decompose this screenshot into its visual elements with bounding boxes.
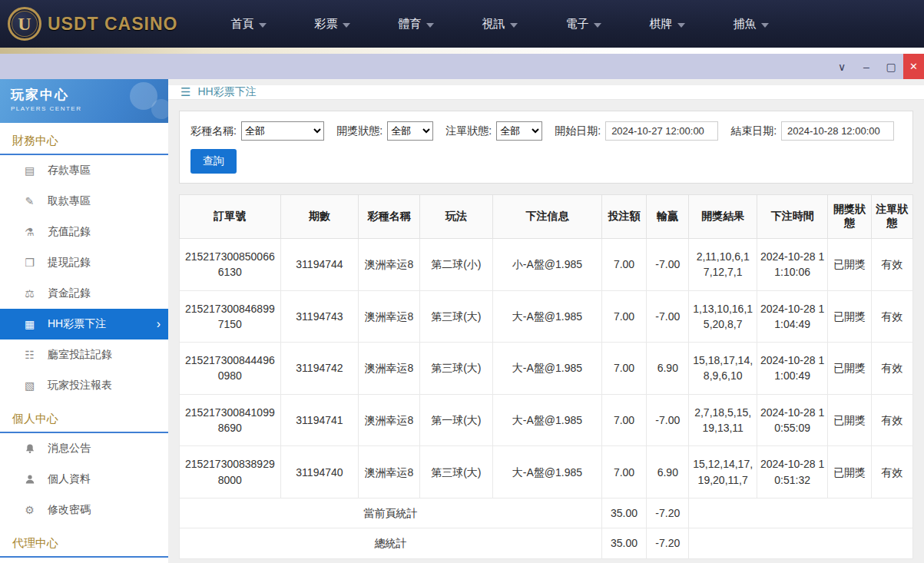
- cell-bet-amount: 7.00: [601, 239, 646, 291]
- cell-bet-info: 大-A盤@1.985: [493, 290, 602, 343]
- bell-icon: [23, 443, 36, 454]
- sidebar-item-withdraw[interactable]: ✎ 取款專區: [0, 186, 168, 217]
- sidebar-item-label: 個人資料: [48, 472, 91, 486]
- draw-status-select[interactable]: 全部: [387, 121, 433, 141]
- cell-lottery-name: 澳洲幸运8: [359, 394, 419, 446]
- summary-current-amount: 35.00: [601, 498, 646, 528]
- sidebar-item-label: 修改密碼: [48, 503, 91, 517]
- summary-total-amount: 35.00: [601, 528, 646, 558]
- chevron-down-icon: ∨: [838, 61, 846, 73]
- menu-item-home[interactable]: 首頁: [207, 0, 290, 48]
- cell-order-status: 有效: [871, 290, 912, 343]
- sidebar-item-announcements[interactable]: 消息公告: [0, 433, 168, 464]
- col-order-id: 訂單號: [180, 195, 281, 239]
- cell-lottery-name: 澳洲幸运8: [359, 290, 419, 343]
- summary-current-empty: [689, 498, 913, 528]
- col-draw-result: 開獎結果: [689, 195, 757, 239]
- cell-order-id: 2152173008444960980: [180, 343, 281, 395]
- page-title: HH彩票下注: [197, 85, 256, 99]
- col-order-status: 注單狀態: [871, 195, 912, 239]
- end-date-input[interactable]: [781, 121, 894, 141]
- sidebar-item-label: 廳室投註記錄: [48, 348, 112, 362]
- col-bet-time: 下注時間: [757, 195, 827, 239]
- cell-period: 31194742: [280, 343, 359, 395]
- menu-item-video[interactable]: 視訊: [458, 0, 541, 48]
- gear-icon: ⚙: [23, 504, 36, 516]
- cell-order-status: 有效: [871, 239, 912, 291]
- menu-item-boardgames[interactable]: 棋牌: [625, 0, 709, 48]
- chevron-down-icon: [594, 23, 601, 28]
- person-icon: [23, 474, 36, 485]
- cell-win-loss: 6.90: [647, 343, 689, 395]
- window-minimize-button[interactable]: –: [854, 54, 879, 79]
- cell-order-id: 2152173008389298000: [180, 446, 281, 498]
- sidebar-item-withdrawal-record[interactable]: ❒ 提現記錄: [0, 247, 168, 278]
- top-navigation: U USDT CASINO 首頁 彩票 體育 視訊 電子 棋牌 捕魚: [0, 0, 924, 48]
- window-collapse-button[interactable]: ∨: [830, 54, 854, 79]
- sidebar-subtitle: PLAYERS CENTER: [11, 105, 157, 112]
- order-status-select[interactable]: 全部: [496, 121, 542, 141]
- cell-bet-info: 小-A盤@1.985: [493, 239, 602, 291]
- sidebar-item-label: HH彩票下注: [48, 317, 106, 331]
- cell-bet-amount: 7.00: [601, 343, 646, 395]
- hamburger-icon[interactable]: ☰: [180, 85, 190, 99]
- sidebar-item-recharge-record[interactable]: ⚗ 充值記錄: [0, 217, 168, 247]
- sidebar-item-label: 資金記錄: [48, 286, 91, 300]
- window-title-bar: ∨ – ▢ ✕: [0, 54, 924, 79]
- menu-item-fishing[interactable]: 捕魚: [709, 0, 793, 48]
- search-button[interactable]: 查詢: [190, 149, 237, 174]
- summary-total-label: 總統計: [180, 528, 602, 558]
- start-date-label: 開始日期:: [555, 124, 601, 138]
- cell-period: 31194743: [280, 290, 359, 343]
- player-bet-report-icon: ▧: [23, 379, 36, 392]
- sidebar: 玩家中心 PLAYERS CENTER 財務中心 ▤ 存款專區 ✎ 取款專區 ⚗…: [0, 79, 168, 563]
- sidebar-item-profile[interactable]: 個人資料: [0, 464, 168, 495]
- sidebar-item-label: 充值記錄: [48, 225, 91, 239]
- menu-item-lottery[interactable]: 彩票: [290, 0, 374, 48]
- cell-period: 31194740: [280, 446, 359, 498]
- lottery-name-label: 彩種名稱:: [190, 124, 237, 138]
- cell-bet-amount: 7.00: [601, 446, 646, 498]
- sidebar-item-label: 玩家投注報表: [48, 379, 112, 392]
- menu-item-electronic[interactable]: 電子: [541, 0, 625, 48]
- sidebar-item-player-bet-report[interactable]: ▧ 玩家投注報表: [0, 370, 168, 401]
- start-date-input[interactable]: [605, 121, 718, 141]
- cell-bet-time: 2024-10-28 11:04:49: [757, 290, 827, 343]
- window-close-button[interactable]: ✕: [903, 54, 924, 79]
- sidebar-item-label: 存款專區: [48, 164, 91, 177]
- logo-emblem-icon: U: [8, 7, 41, 41]
- col-lottery-name: 彩種名稱: [359, 195, 419, 239]
- cell-order-status: 有效: [871, 394, 912, 446]
- sidebar-item-funds-record[interactable]: ⚖ 資金記錄: [0, 278, 168, 309]
- recharge-record-icon: ⚗: [23, 226, 36, 238]
- window-maximize-button[interactable]: ▢: [879, 54, 903, 79]
- cell-lottery-name: 澳洲幸运8: [359, 446, 419, 498]
- menu-label: 捕魚: [733, 17, 756, 31]
- col-bet-info: 下注信息: [493, 195, 602, 239]
- sidebar-item-hh-lottery-bets[interactable]: ▦ HH彩票下注: [0, 309, 168, 339]
- cell-draw-status: 已開獎: [828, 394, 871, 446]
- cell-bet-info: 大-A盤@1.985: [493, 343, 602, 395]
- sidebar-item-deposit[interactable]: ▤ 存款專區: [0, 155, 168, 186]
- cell-draw-result: 2,11,10,6,17,12,7,1: [689, 239, 757, 291]
- menu-label: 首頁: [230, 17, 253, 31]
- sidebar-item-change-password[interactable]: ⚙ 修改密碼: [0, 495, 168, 525]
- cell-win-loss: -7.00: [647, 394, 689, 446]
- casino-logo[interactable]: U USDT CASINO: [8, 7, 177, 41]
- col-period: 期數: [280, 195, 359, 239]
- sidebar-item-label: 取款專區: [48, 194, 91, 208]
- chevron-down-icon: [259, 23, 267, 28]
- summary-total-winloss: -7.20: [647, 528, 689, 558]
- filter-panel: 彩種名稱: 全部 開獎狀態: 全部 注單狀態: 全部 開始日期: 結束日期: 查…: [179, 111, 913, 184]
- main-menu: 首頁 彩票 體育 視訊 電子 棋牌 捕魚: [207, 0, 793, 48]
- cell-bet-amount: 7.00: [601, 394, 646, 446]
- lottery-name-select[interactable]: 全部: [241, 121, 324, 141]
- menu-item-sports[interactable]: 體育: [374, 0, 458, 48]
- col-draw-status: 開獎狀態: [828, 195, 871, 239]
- cell-draw-status: 已開獎: [828, 239, 871, 291]
- cell-order-status: 有效: [871, 343, 912, 395]
- cell-bet-time: 2024-10-28 10:51:32: [757, 446, 827, 498]
- menu-label: 視訊: [482, 17, 505, 31]
- summary-row-total: 總統計 35.00 -7.20: [180, 528, 913, 558]
- sidebar-item-room-bet-record[interactable]: ☷ 廳室投註記錄: [0, 339, 168, 370]
